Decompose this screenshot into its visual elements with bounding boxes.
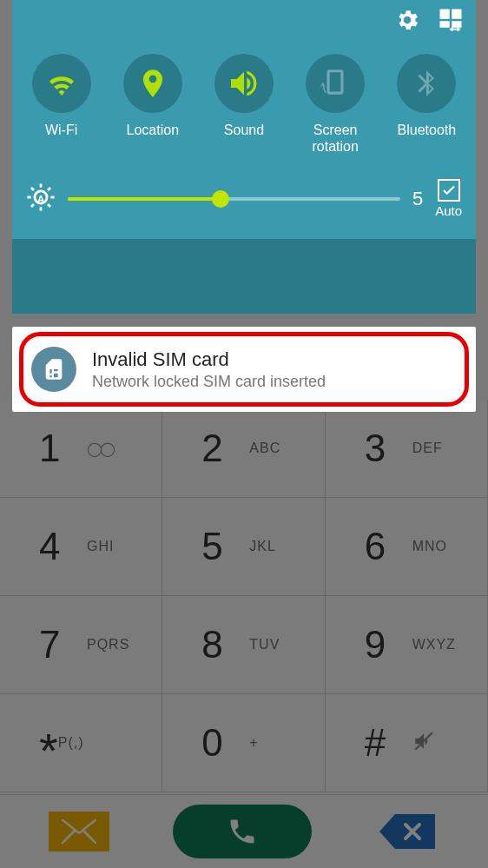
brightness-slider[interactable] bbox=[68, 197, 400, 201]
toggle-label: Sound bbox=[224, 122, 264, 138]
screen-rotation-icon bbox=[306, 54, 365, 113]
svg-text:A: A bbox=[37, 193, 44, 203]
notification-texts: Invalid SIM card Network locked SIM card… bbox=[92, 348, 326, 391]
svg-rect-7 bbox=[328, 71, 342, 93]
location-icon bbox=[123, 54, 182, 113]
svg-line-16 bbox=[48, 187, 50, 189]
slider-thumb[interactable] bbox=[212, 190, 229, 208]
settings-icon[interactable] bbox=[394, 7, 420, 36]
toggle-bluetooth[interactable]: Bluetooth bbox=[383, 54, 470, 155]
sim-card-icon bbox=[31, 347, 76, 392]
qs-header bbox=[12, 0, 476, 43]
svg-line-13 bbox=[31, 187, 34, 189]
brightness-value: 5 bbox=[412, 188, 423, 210]
qs-toggle-row: Wi-Fi Location Sound Screen rotation Blu… bbox=[12, 43, 476, 162]
qs-lower-panel bbox=[12, 239, 476, 314]
notification-subtitle: Network locked SIM card inserted bbox=[92, 373, 326, 391]
svg-rect-4 bbox=[440, 21, 450, 28]
brightness-row: A 5 Auto bbox=[12, 162, 476, 239]
auto-brightness-icon: A bbox=[26, 182, 56, 215]
layout-grid-icon[interactable] bbox=[438, 7, 464, 36]
toggle-label: Location bbox=[127, 122, 180, 138]
svg-rect-3 bbox=[452, 10, 461, 19]
auto-label: Auto bbox=[435, 203, 462, 218]
svg-rect-2 bbox=[440, 10, 450, 19]
slider-fill bbox=[68, 197, 221, 201]
notification-title: Invalid SIM card bbox=[92, 348, 326, 371]
toggle-label: Bluetooth bbox=[398, 122, 457, 138]
toggle-screen-rotation[interactable]: Screen rotation bbox=[292, 54, 379, 155]
svg-line-15 bbox=[31, 204, 34, 207]
svg-line-14 bbox=[48, 204, 50, 207]
checkbox-icon bbox=[438, 179, 460, 202]
toggle-wifi[interactable]: Wi-Fi bbox=[18, 54, 105, 155]
toggle-label: Wi-Fi bbox=[45, 122, 77, 138]
sound-icon bbox=[214, 54, 274, 113]
auto-brightness-toggle[interactable]: Auto bbox=[435, 179, 462, 218]
wifi-icon bbox=[32, 54, 91, 113]
bluetooth-icon bbox=[397, 54, 456, 113]
toggle-location[interactable]: Location bbox=[109, 54, 196, 155]
svg-rect-5 bbox=[452, 21, 461, 28]
notification-card[interactable]: Invalid SIM card Network locked SIM card… bbox=[12, 327, 476, 412]
toggle-label: Screen rotation bbox=[312, 122, 358, 155]
toggle-sound[interactable]: Sound bbox=[201, 54, 287, 155]
quick-settings-panel: Wi-Fi Location Sound Screen rotation Blu… bbox=[12, 0, 476, 314]
